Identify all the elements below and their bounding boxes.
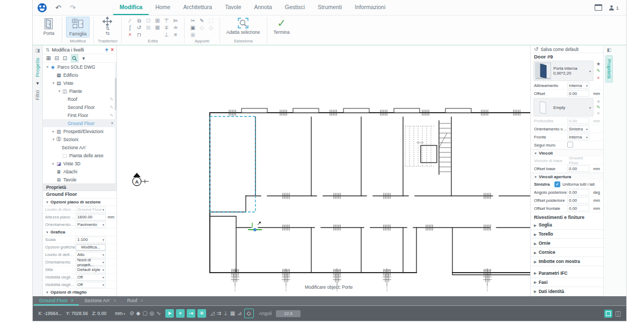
property-value[interactable]: Sinistra▾	[567, 126, 589, 132]
tree-item-prospetti-elevazioni[interactable]: ▸▥Prospetti/Elevazioni	[43, 127, 116, 135]
famiglia-button[interactable]: Famiglia	[66, 17, 90, 38]
tree-item-viste[interactable]: ▾▤Viste	[43, 79, 116, 87]
distribute-h-icon[interactable]: ⊨	[173, 17, 178, 24]
section-header-opzioni-di-ritaglio[interactable]: ▼Opzioni di ritaglio	[43, 289, 116, 296]
copy-3d-icon[interactable]: ◇	[200, 24, 204, 31]
parallel-snap-icon[interactable]: ⇉	[217, 309, 221, 318]
property-value[interactable]: Interna▾	[567, 134, 589, 140]
selected-room-outline[interactable]	[210, 116, 255, 212]
single-view-button[interactable]	[604, 310, 612, 318]
property-value[interactable]: 0.00	[567, 165, 589, 172]
tree-item-second-floor[interactable]: Second Floor∿	[43, 103, 116, 111]
property-value[interactable]: 1600.00	[76, 214, 106, 221]
align-bottom-icon[interactable]: ⊥	[164, 31, 169, 38]
property-value[interactable]: Off▾	[76, 274, 106, 281]
box-3d-icon[interactable]: ◇	[209, 24, 213, 31]
tree-item-pianta-delle-aree[interactable]: ⬚Pianta delle aree	[43, 151, 116, 159]
snap-diamond-icon[interactable]: ◆	[136, 309, 141, 318]
property-value[interactable]: Ground Floor▾	[76, 207, 106, 213]
rotate-icon[interactable]: ↺	[137, 24, 141, 31]
box-select-icon[interactable]: ⬚	[208, 17, 213, 24]
align-top-icon[interactable]: ⊤	[164, 17, 169, 24]
delete-icon[interactable]: ×	[128, 31, 131, 38]
adatta-selezione-button[interactable]: Adatta selezione	[224, 17, 263, 35]
property-value[interactable]: 0.00	[567, 118, 589, 124]
menu-tab-annota[interactable]: Annota	[247, 0, 278, 15]
second-leaf-select[interactable]: Empty ▾	[533, 98, 594, 116]
panel-pin-icon[interactable]: ◧	[607, 47, 612, 53]
search-icon[interactable]	[71, 54, 78, 62]
edit-type-icon[interactable]: ✎	[596, 68, 601, 74]
menu-tab-architettura[interactable]: Architettura	[177, 0, 218, 15]
panel-collapse-icon[interactable]: ◨	[35, 48, 40, 53]
drawing-canvas[interactable]: 1100.001100.001100.001100.001100.00 A 14…	[117, 46, 530, 296]
property-value[interactable]: Pavimento▾	[76, 222, 106, 228]
door-edit-widget[interactable]	[248, 222, 262, 231]
tree-item-sezione-aa[interactable]: Sezione AA'	[43, 143, 116, 151]
collapsible-fasi[interactable]: ▶Fasi	[531, 278, 603, 287]
view-tab-ground-floor[interactable]: Ground Floor×	[34, 296, 79, 305]
menu-tab-home[interactable]: Home	[149, 0, 177, 15]
collapsible-torello[interactable]: ▶Torello	[531, 230, 603, 239]
menu-tab-modifica[interactable]: Modifica	[113, 0, 149, 15]
segui-muro-checkbox[interactable]	[567, 142, 573, 148]
menu-tab-strumenti[interactable]: Strumenti	[311, 0, 348, 15]
porta-button[interactable]: Porta	[40, 17, 58, 36]
copy-icon[interactable]: ⧉	[137, 17, 141, 24]
close-icon[interactable]: ×	[114, 298, 116, 303]
tree-item-parco-sole-dwg[interactable]: ▾◈Parco SOLE DWG	[43, 63, 116, 71]
tree-scrollbar[interactable]	[115, 63, 116, 184]
tree-item-edificio[interactable]: ▦Edificio	[43, 71, 116, 79]
menu-tab-informazioni[interactable]: Informazioni	[348, 0, 392, 15]
close-icon[interactable]: ×	[71, 298, 74, 303]
distribute-v-icon[interactable]: ≐	[173, 24, 178, 31]
spline-edit-icon[interactable]: ʃ	[129, 24, 130, 31]
perpendicular-snap-icon[interactable]: ⊥	[223, 309, 228, 318]
view-tab-sezione-aa[interactable]: Sezione AA'×	[79, 296, 122, 305]
lock-icon[interactable]: ⊓	[137, 31, 141, 38]
scale-icon[interactable]: ⊠	[146, 24, 150, 31]
tree-item-piante[interactable]: ▾◫Piante	[43, 87, 116, 95]
paste-icon[interactable]: ▣	[190, 24, 195, 31]
split-view-button[interactable]: ◫	[615, 310, 621, 318]
property-value[interactable]: 0.00	[567, 90, 589, 97]
property-value[interactable]: 1:100▾	[76, 237, 106, 243]
section-header-opzioni-piano-di-sezione[interactable]: ▼Opzioni piano di sezione	[43, 199, 116, 206]
unit-select[interactable]: mm ▾	[115, 311, 125, 316]
collapsible-parametri-ifc[interactable]: ▶Parametri IFC	[531, 269, 603, 278]
save-default-button[interactable]: ↺ Salva come default	[531, 46, 603, 53]
sketch-line-icon[interactable]: ∕	[129, 17, 130, 24]
tree-item-abachi[interactable]: ≣Abachi	[43, 167, 116, 175]
no-edit-icon[interactable]: ⊘	[129, 309, 134, 318]
remove-type-icon[interactable]: ×	[597, 111, 599, 116]
property-value[interactable]: Off▾	[76, 282, 106, 288]
collapsible-imbotte-con-mostra[interactable]: ▶Imbotte con mostra	[531, 257, 603, 266]
wave-mode-icon[interactable]: ∿	[157, 309, 161, 318]
tree-item-viste-3d[interactable]: ▸◪Viste 3D	[43, 159, 116, 167]
section-header-grafica[interactable]: ▼Grafica	[43, 229, 116, 236]
tree-item-ground-floor[interactable]: Ground Floor▾	[43, 119, 116, 127]
property-value[interactable]: Default style▾	[76, 267, 106, 273]
remove-level-button[interactable]: ×	[111, 47, 114, 53]
grid-snap-icon[interactable]: ▦	[230, 309, 235, 318]
remove-type-icon[interactable]: ×	[597, 75, 599, 80]
close-icon[interactable]: ×	[141, 298, 143, 303]
collapsible-cornice[interactable]: ▶Cornice	[531, 248, 603, 257]
termina-button[interactable]: ✓ Termina	[271, 17, 292, 35]
tree-item-first-floor[interactable]: First Floor∿	[43, 111, 116, 119]
incline-snap-icon[interactable]: ⊿	[237, 309, 241, 318]
origin-snap-icon[interactable]: ⌖	[176, 309, 185, 318]
point-snap-icon[interactable]: ✳	[197, 309, 206, 318]
collapsible-soglia[interactable]: ▶Soglia	[531, 221, 603, 230]
align-center-icon[interactable]: ∓	[164, 24, 169, 31]
favorite-icon[interactable]: ★	[596, 99, 601, 104]
move-icon[interactable]	[103, 17, 112, 26]
edit-type-icon[interactable]: ✎	[596, 105, 601, 110]
modifica-button[interactable]: Modifica...	[76, 244, 106, 251]
add-level-icon[interactable]: ⊞	[46, 55, 50, 61]
trim-icon[interactable]: ⊠	[155, 24, 159, 31]
axis-snap-icon[interactable]: ⇥	[187, 309, 195, 318]
cut-icon[interactable]: ✂	[191, 17, 195, 24]
tree-item-sezioni[interactable]: ▾ⒶSezioni	[43, 135, 116, 143]
duplicate-level-icon[interactable]: ⊡	[63, 55, 67, 61]
